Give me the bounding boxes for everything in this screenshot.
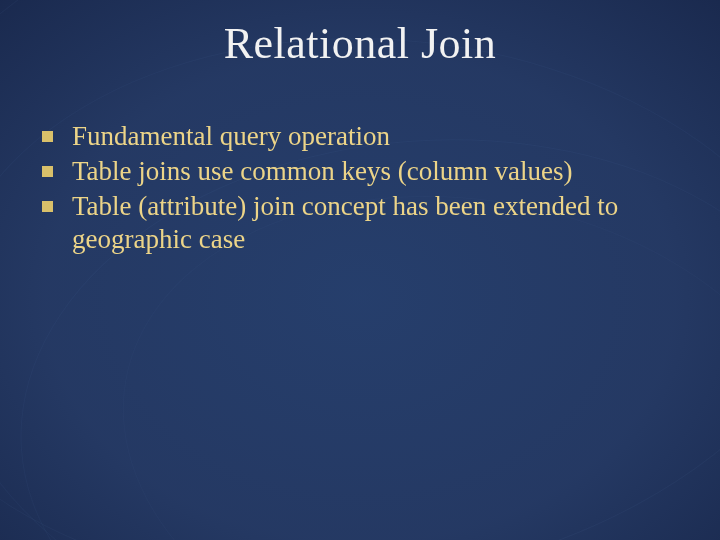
background-swirl (0, 0, 720, 540)
slide: Relational Join Fundamental query operat… (0, 0, 720, 540)
list-item-text: Fundamental query operation (72, 121, 390, 151)
list-item-text: Table joins use common keys (column valu… (72, 156, 573, 186)
slide-body: Fundamental query operation Table joins … (34, 120, 680, 258)
list-item: Table (attribute) join concept has been … (34, 190, 680, 256)
bullet-list: Fundamental query operation Table joins … (34, 120, 680, 256)
slide-title: Relational Join (0, 18, 720, 69)
list-item: Table joins use common keys (column valu… (34, 155, 680, 188)
list-item-text: Table (attribute) join concept has been … (72, 191, 618, 254)
square-bullet-icon (42, 166, 53, 177)
square-bullet-icon (42, 131, 53, 142)
list-item: Fundamental query operation (34, 120, 680, 153)
background-swirl (0, 0, 720, 540)
square-bullet-icon (42, 201, 53, 212)
